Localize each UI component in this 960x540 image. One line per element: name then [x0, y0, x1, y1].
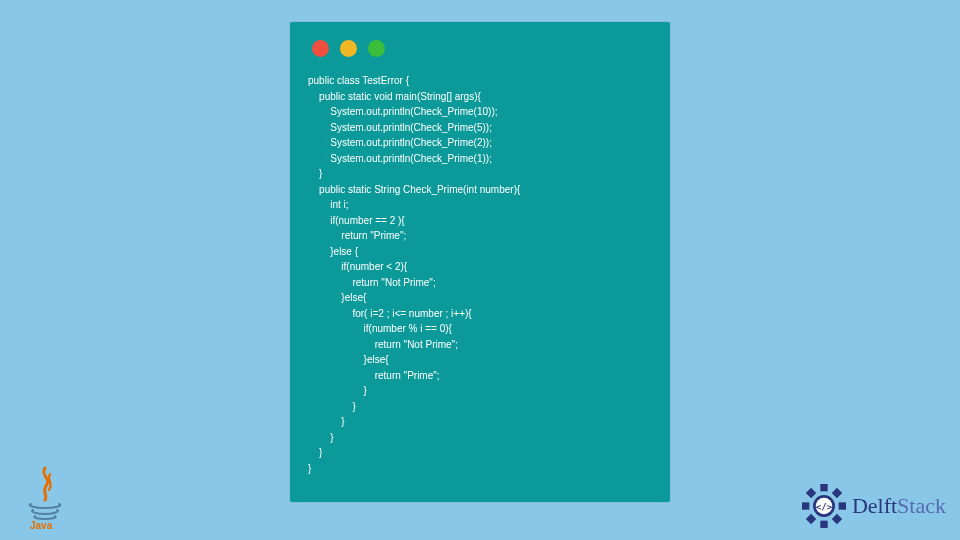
svg-rect-2 — [839, 502, 846, 509]
minimize-icon[interactable] — [340, 40, 357, 57]
window-controls — [312, 40, 652, 57]
svg-rect-7 — [806, 488, 816, 498]
svg-text:</>: </> — [816, 501, 833, 512]
delft-sub: Stack — [897, 493, 946, 518]
svg-rect-0 — [820, 484, 827, 491]
delftstack-wordmark: DelftStack — [852, 493, 946, 519]
zoom-icon[interactable] — [368, 40, 385, 57]
delftstack-logo: </> DelftStack — [802, 484, 946, 528]
delft-main: Delft — [852, 493, 897, 518]
svg-rect-1 — [832, 488, 842, 498]
close-icon[interactable] — [312, 40, 329, 57]
svg-rect-6 — [802, 502, 809, 509]
svg-rect-5 — [806, 514, 816, 524]
java-wordmark: Java — [30, 520, 53, 530]
svg-rect-4 — [820, 521, 827, 528]
java-logo: Java — [22, 466, 68, 530]
delftstack-icon: </> — [802, 484, 846, 528]
svg-rect-3 — [832, 514, 842, 524]
code-block: public class TestError { public static v… — [308, 73, 652, 476]
code-window: public class TestError { public static v… — [290, 22, 670, 502]
